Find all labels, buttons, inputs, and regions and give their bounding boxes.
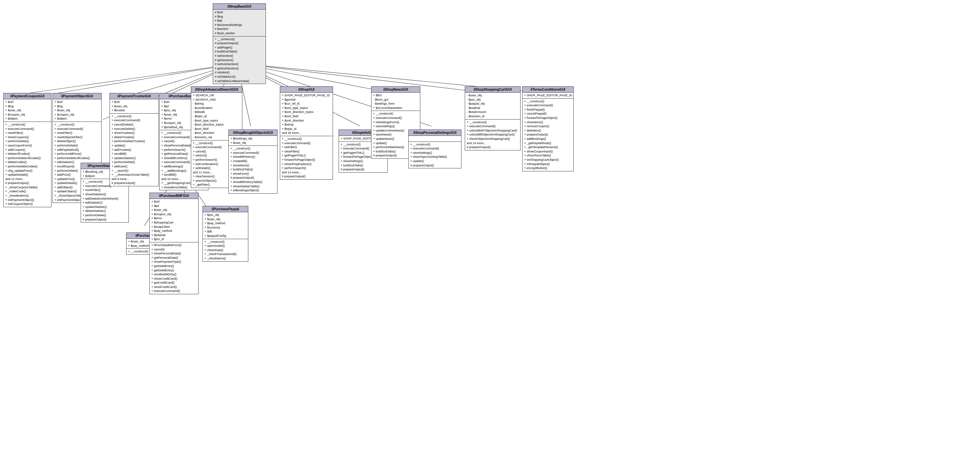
box-ilTermsConditionsGUI: ilTermsConditionsGUI + SHOP_PAGE_EDITOR_… [522, 86, 574, 171]
box-ilPurchaseBMFGUI: ilPurchaseBMFGUI + $ctrl + $tpl + $user_… [150, 193, 199, 294]
box-title-ilPaymentObjectGUI: ilPaymentObjectGUI [53, 93, 101, 99]
box-title-ilShopAdvancedSearchGUI: ilShopAdvancedSearchGUI [191, 87, 242, 93]
box-methods-ilShopGUI: + __construct() + executeCommand() + set… [280, 136, 332, 179]
box-title-ilShopShoppingCartGUI: ilShopShoppingCartGUI [465, 87, 520, 93]
box-title-ilShopPersonalSettingsGUI: ilShopPersonalSettingsGUI [409, 130, 461, 136]
box-title-ilShopGUI: ilShopGUI [280, 87, 332, 93]
box-ilShopGUI: ilShopGUI + SHOP_PAGE_EDITOR_PAGE_ID + $… [280, 86, 333, 180]
diagram-container: ilShopBaseGUI # $ctrl # $lng # $tpl # $o… [0, 0, 980, 458]
box-ilShopShoppingCartGUI: ilShopShoppingCartGUI - $user_obj - $psc… [465, 86, 520, 150]
box-methods-ilPaymentTrusteeGUI: + __construct() + executeCommand() + can… [110, 113, 158, 186]
box-ilPaymentCouponGUI: ilPaymentCouponGUI + $ctrl + $lng + $use… [3, 93, 51, 207]
box-fields-ilShopBaseGUI: # $ctrl # $lng # $tpl # $oGeneralSetting… [213, 10, 266, 37]
box-fields-ilShopNewsGUI: + $lErr - $form_gui - $settings_form + $… [371, 93, 420, 111]
box-title-ilPurchaseBMFGUI: ilPurchaseBMFGUI [150, 193, 198, 199]
box-methods-ilTermsConditionsGUI: + __construct() + executeCommand() + fin… [523, 99, 573, 171]
box-title-ilPurchasePaypal: ilPurchasePaypal [203, 206, 248, 212]
box-fields-ilShopShoppingCartGUI: - $user_obj - $psc_obj - $paypal_obj - $… [465, 93, 520, 120]
box-fields-ilShopPersonalSettingsGUI [409, 136, 461, 142]
box-methods-ilShopPersonalSettingsGUI: + __construct() + executeCommand() + sav… [409, 142, 461, 168]
box-methods-ilPaymentCouponGUI: + __construct() + executeCommand() + res… [4, 122, 51, 207]
box-fields-ilPaymentCouponGUI: + $ctrl + $lng + $user_obj + $coupon_obj… [4, 99, 51, 122]
box-title-ilPaymentCouponGUI: ilPaymentCouponGUI [4, 93, 51, 99]
box-methods-ilPurchasePaypal: + __construct() + openSocket() + checkDa… [203, 239, 248, 262]
box-fields-ilPurchaseBMFGUI: + $ctrl + $tpl + $user_obj + $coupon_obj… [150, 199, 198, 243]
box-ilShopBoughtObjectsGUI: ilShopBoughtObjectsGUI + $bookings_obj +… [228, 129, 278, 194]
box-methods-ilPurchaseBMFGUI: + ilPurchaseBMFGUI() + cancel() + showPe… [150, 243, 198, 294]
box-fields-ilPaymentObjectGUI: + $ctrl + $lng + $user_obj + $coupon_obj… [53, 99, 101, 122]
box-title-ilPaymentTrusteeGUI: ilPaymentTrusteeGUI [110, 93, 158, 99]
box-title-ilShopNewsGUI: ilShopNewsGUI [371, 87, 420, 93]
box-methods-ilShopBaseGUI: + __construct() # prepareOutput() + addP… [213, 37, 266, 84]
box-methods-ilShopShoppingCartGUI: + __construct() + executeCommand() + unl… [465, 120, 520, 150]
box-fields-ilTermsConditionsGUI: + SHOP_PAGE_EDITOR_PAGE_ID [523, 93, 573, 99]
box-ilPaymentTrusteeGUI: ilPaymentTrusteeGUI + $ctrl + $user_obj … [110, 93, 159, 186]
box-title-ilTermsConditionsGUI: ilTermsConditionsGUI [523, 87, 573, 93]
box-title-ilShopBaseGUI: ilShopBaseGUI [213, 4, 266, 10]
box-ilPurchasePaypal: ilPurchasePaypal + $psc_obj + $user_obj … [202, 206, 248, 262]
box-fields-ilPaymentTrusteeGUI: + $ctrl + $user_obj + $trustee [110, 99, 158, 113]
box-fields-ilShopGUI: + SHOP_PAGE_EDITOR_PAGE_ID + $genSet + $… [280, 93, 332, 136]
box-title-ilShopBoughtObjectsGUI: ilShopBoughtObjectsGUI [229, 130, 277, 136]
box-methods-ilShopBoughtObjectsGUI: + __construct() + executeCommand() + sho… [229, 146, 277, 193]
box-fields-ilShopBoughtObjectsGUI: + $bookings_obj + $user_obj [229, 136, 277, 146]
connection-arrows [0, 0, 980, 458]
box-ilShopPersonalSettingsGUI: ilShopPersonalSettingsGUI + __construct(… [408, 129, 461, 168]
box-ilShopBaseGUI: ilShopBaseGUI # $ctrl # $lng # $tpl # $o… [213, 3, 266, 84]
box-fields-ilPurchasePaypal: + $psc_obj + $user_obj + $pay_method + $… [203, 212, 248, 239]
